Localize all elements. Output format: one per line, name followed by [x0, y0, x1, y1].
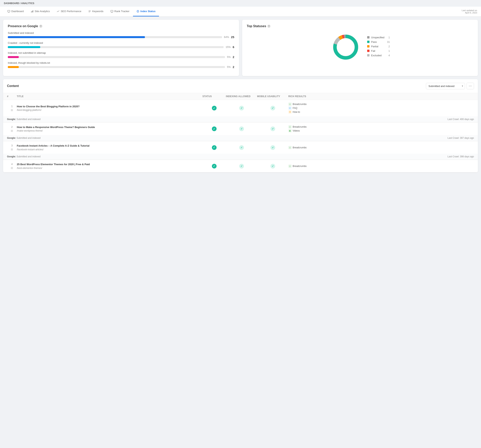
- top-cards: Presence on Google ? Submitted and index…: [3, 20, 478, 76]
- doc-icon-4: ⊞: [11, 166, 13, 170]
- last-crawl-2: Last Crawl: 397 days ago: [448, 137, 474, 139]
- indexing-check-1: [239, 106, 244, 110]
- doc-icon-3: ⊞: [11, 148, 13, 151]
- status-cell-2: [203, 126, 226, 131]
- svg-rect-3: [31, 11, 31, 12]
- bar-fill-2: [8, 56, 19, 58]
- table-row: 1 ⊞ How to Choose the Best Blogging Plat…: [3, 100, 478, 123]
- tab-index-status[interactable]: Index Status: [133, 7, 159, 16]
- status-check-3: [212, 145, 217, 150]
- rich-tag-faq-1: ≡ FAQ: [288, 107, 474, 110]
- mobile-check-1: [271, 106, 275, 110]
- bar-track-1: [8, 46, 224, 48]
- indexing-cell-4: [226, 164, 257, 169]
- last-crawl-3: Last Crawl: 398 days ago: [448, 155, 474, 158]
- rich-tag-breadcrumbs-4: ◇ Breadcrumbs: [288, 165, 474, 168]
- doc-icon-1: ⊞: [11, 108, 13, 112]
- breadcrumbs-icon-2: ◇: [288, 125, 292, 128]
- more-options-button[interactable]: ⋯: [466, 83, 474, 89]
- row-num-3: 3 ⊞: [7, 144, 17, 151]
- faq-icon-1: ≡: [288, 107, 292, 110]
- top-statuses-title: Top Statuses ?: [247, 24, 473, 28]
- row-title-4: 25 Best WordPress Elementor Themes for 2…: [17, 163, 203, 169]
- mobile-cell-3: [257, 145, 288, 150]
- legend-dot-unspecified: [367, 36, 369, 39]
- filter-dropdown[interactable]: Submitted and indexed: [426, 83, 465, 89]
- th-title: Title: [17, 95, 203, 98]
- table-header: # Title Status Indexing Allowed Mobile U…: [3, 93, 478, 100]
- row-num-4: 4 ⊞: [7, 163, 17, 170]
- svg-rect-5: [33, 10, 33, 12]
- howto-icon-1: ☰: [288, 110, 292, 114]
- donut-chart: [330, 31, 361, 63]
- videos-icon-2: ▦: [288, 129, 292, 132]
- indexing-check-2: [239, 126, 244, 131]
- breadcrumb: DASHBOARD / ANALYTICS: [0, 0, 481, 7]
- doc-icon-2: ⊞: [11, 129, 13, 132]
- row-num-2: 2 ⊞: [7, 125, 17, 132]
- legend-item-excluded: Excluded 4: [367, 54, 390, 57]
- rich-results-4: ◇ Breadcrumbs: [288, 165, 474, 168]
- mobile-check-4: [271, 164, 275, 169]
- top-statuses-card: Top Statuses ?: [242, 20, 478, 76]
- breadcrumb-parent[interactable]: DASHBOARD: [4, 2, 19, 5]
- bar-fill-3: [8, 66, 19, 68]
- bar-fill-1: [8, 46, 40, 48]
- row-main-3: 3 ⊞ Facebook Instant Articles – A Comple…: [3, 141, 478, 154]
- status-cell-3: [203, 145, 226, 150]
- status-cell-4: [203, 164, 226, 169]
- presence-help-icon[interactable]: ?: [39, 25, 42, 28]
- bar-track-3: [8, 66, 225, 68]
- rich-tag-videos-2: ▦ Videos: [288, 129, 474, 132]
- status-cell-1: [203, 106, 226, 110]
- monitor-icon: [8, 10, 10, 13]
- status-check-1: [212, 106, 217, 110]
- th-status: Status: [203, 95, 226, 98]
- top-statuses-help-icon[interactable]: ?: [267, 25, 271, 28]
- tab-site-analytics[interactable]: Site Analytics: [27, 7, 53, 16]
- row-main-2: 2 ⊞ How to Make a Responsive WordPress T…: [3, 123, 478, 135]
- th-num: #: [7, 95, 17, 98]
- rich-results-3: ◇ Breadcrumbs: [288, 146, 474, 149]
- indexing-check-3: [239, 145, 244, 150]
- status-check-2: [212, 126, 217, 131]
- tab-rank-tracker[interactable]: Rank Tracker: [107, 7, 133, 16]
- bar-chart-icon: [31, 10, 34, 13]
- breadcrumb-separator: /: [20, 2, 20, 5]
- breadcrumb-current: ANALYTICS: [21, 2, 34, 5]
- tab-dashboard[interactable]: Dashboard: [4, 7, 27, 16]
- google-label-3: Google:: [7, 155, 17, 158]
- legend-item-partial: Partial 2: [367, 45, 390, 48]
- indexing-cell-3: [226, 145, 257, 150]
- legend-dot-excluded: [367, 54, 369, 56]
- table-row: 3 ⊞ Facebook Instant Articles – A Comple…: [3, 141, 478, 160]
- legend-dot-fail: [367, 50, 369, 52]
- rich-tag-breadcrumbs-2: ◇ Breadcrumbs: [288, 125, 474, 128]
- last-updated: Last updated on April 6, 2023: [462, 7, 477, 16]
- table-row: 4 ⊞ 25 Best WordPress Elementor Themes f…: [3, 160, 478, 172]
- bar-track-0: [8, 36, 222, 38]
- google-label-2: Google:: [7, 137, 17, 139]
- svg-rect-0: [8, 10, 10, 12]
- donut-container: Unspecified 1 Pass 31 Partial 2: [247, 31, 473, 63]
- tab-keywords[interactable]: Keywords: [85, 7, 107, 16]
- content-header: Content Submitted and indexed ⋯: [3, 79, 478, 93]
- breadcrumbs-icon-3: ◇: [288, 146, 292, 149]
- legend-dot-partial: [367, 45, 369, 47]
- legend-item-fail: Fail 1: [367, 49, 390, 52]
- nav-bar: Dashboard Site Analytics SEO Performance…: [0, 7, 481, 17]
- bar-submitted-indexed: Submitted and indexed 64% 25: [8, 31, 234, 39]
- breadcrumbs-icon-1: ◇: [288, 103, 292, 106]
- last-crawl-1: Last Crawl: 400 days ago: [448, 118, 474, 121]
- th-rich: Rich Results: [288, 95, 474, 98]
- presence-on-google-card: Presence on Google ? Submitted and index…: [3, 20, 239, 76]
- bar-indexed-blocked: Indexed, though blocked by robots.txt 5%…: [8, 61, 234, 69]
- row-footer-3: Google: Submitted and indexed Last Crawl…: [3, 154, 478, 160]
- th-mobile: Mobile Usability: [257, 95, 288, 98]
- row-num-1: 1 ⊞: [7, 105, 17, 112]
- list-icon: [88, 10, 91, 13]
- google-label-1: Google:: [7, 118, 17, 121]
- th-indexing: Indexing Allowed: [226, 95, 257, 98]
- breadcrumbs-icon-4: ◇: [288, 165, 292, 168]
- tab-seo-performance[interactable]: SEO Performance: [53, 7, 85, 16]
